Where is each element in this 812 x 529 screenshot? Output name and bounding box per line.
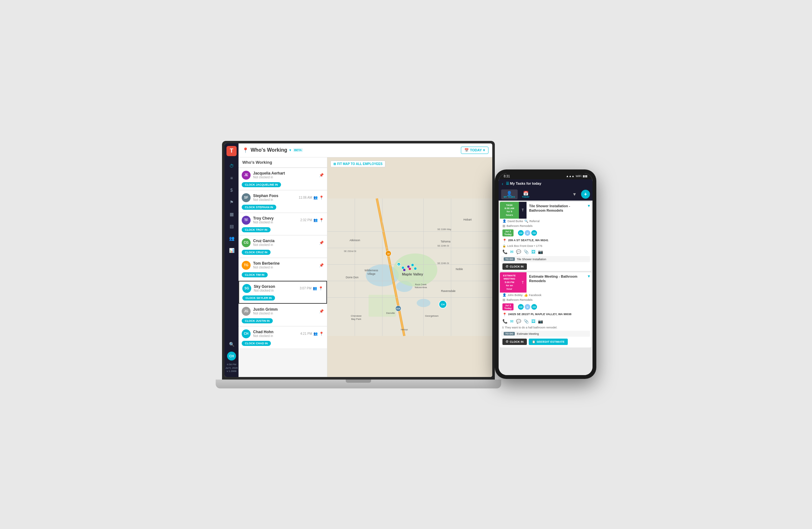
page-title: Who's Working	[250, 147, 287, 153]
sidebar-icon-clock[interactable]: ⏱	[227, 161, 237, 171]
task-referral-1: Referral	[530, 219, 539, 223]
task-title-2: Estimate Meeting - Bathroom Remodels	[529, 274, 584, 283]
phone-battery-icon: ▮▮▮	[583, 174, 588, 178]
loc-icon-tf: 📍	[319, 218, 324, 223]
email-action-icon-1[interactable]: ✉	[510, 249, 513, 254]
emp-status-cruz: Not clocked in	[253, 243, 317, 246]
phone-back-button[interactable]: ‹	[502, 181, 503, 186]
action-icons-row-2: 📞 ✉ 💬 📎 🖼 📷	[500, 318, 591, 325]
sidebar-icon-flag[interactable]: ⚑	[227, 197, 237, 207]
phone-action-icon-1[interactable]: 📞	[503, 249, 508, 254]
lock-info-1: Lock Box Front Door • 1776	[507, 244, 542, 247]
sidebar-icon-chart[interactable]: 📊	[227, 245, 237, 256]
phone-signal-icon: ▲▲▲	[566, 174, 575, 178]
clock-btn-troy[interactable]: CLOCK TROY IN	[242, 227, 271, 232]
chat-action-icon-1[interactable]: 💬	[516, 249, 521, 254]
clock-icon-btn-2: ⏱	[506, 340, 508, 343]
my-tasks-label: MY TASKS	[504, 196, 515, 198]
time-stephan: 11:06 AM	[299, 196, 312, 199]
app-logo[interactable]: T	[227, 146, 237, 156]
task-label-2: ESTIMATE MEETING 5:00 PM for an hour	[500, 272, 519, 292]
phone-tab-my-tasks[interactable]: 👤 MY TASKS	[501, 189, 518, 199]
task-label-estimate1: ESTIMATE	[503, 274, 516, 277]
task-expand-1[interactable]: ▾	[586, 202, 591, 210]
emp-meta-cruz: 📌	[319, 241, 324, 245]
clock-btn-justin[interactable]: CLOCK JUSTIN IN	[242, 318, 273, 323]
today-button[interactable]: 📅 TODAY ▾	[461, 147, 489, 154]
time-troy: 2:32 PM	[300, 218, 312, 222]
person-icon-1: 👤	[503, 219, 506, 223]
filter-icon: ▼	[572, 192, 577, 197]
avatar-tg: TG	[242, 261, 250, 270]
task-business-2: Bathroom Remodels	[507, 298, 533, 301]
task-expand-2[interactable]: ▾	[586, 272, 591, 280]
avatar-sg: SG	[242, 284, 251, 293]
address-icon-1: 📍	[503, 239, 507, 243]
sidebar-icon-dollar[interactable]: $	[227, 185, 237, 195]
title-dropdown-arrow[interactable]: ▾	[289, 148, 291, 152]
svg-text:Danville: Danville	[386, 312, 395, 314]
clock-btn-cruz[interactable]: CLOCK CRUZ IN	[242, 250, 271, 255]
emp-info-tom: Tom Berberine Not clocked in	[253, 261, 317, 269]
sidebar-icon-gallery[interactable]: ▤	[227, 221, 237, 231]
clip-action-icon-1[interactable]: 📎	[524, 249, 529, 254]
task-date-badge-2: Jul 3 Today	[503, 303, 513, 310]
clock-btn-sky[interactable]: CLOCK SKYLER IN	[242, 296, 275, 301]
emp-status-tom: Not clocked in	[253, 266, 317, 269]
employee-card-justin: JG Justin Grimm Not clocked in 📌	[238, 304, 327, 326]
phone-action-icon-2[interactable]: 📞	[503, 319, 508, 324]
emp-status-chad: Not clocked in	[253, 334, 298, 338]
fit-map-button[interactable]: ⊞ FIT MAP TO ALL EMPLOYEES	[331, 160, 386, 167]
svg-text:Henrys: Henrys	[401, 328, 408, 331]
clock-in-button-2[interactable]: ⏱ CLOCK IN	[503, 339, 527, 345]
sidebar: T ⏱ ≡ $ ⚑ ▦ ▤ 👥 📊 🔍 CH 4:58 PM Jul 5, 20…	[224, 143, 238, 377]
chat-action-icon-2[interactable]: 💬	[516, 319, 521, 324]
sidebar-icon-search[interactable]: 🔍	[227, 339, 237, 349]
task-address-row-2: 📍 24025 SE 281ST PL MAPLE VALLEY, WA 980…	[500, 312, 591, 318]
sidebar-icon-people[interactable]: 👥	[227, 233, 237, 243]
employee-list: Who's Working JE Jacquelia Aerhart Not c…	[238, 157, 327, 377]
clip-action-icon-2[interactable]: 📎	[524, 319, 529, 324]
phone-add-button[interactable]: +	[581, 190, 590, 199]
emp-info-cruz: Cruz Garcia Not clocked in	[253, 239, 317, 246]
phone-filter-button[interactable]: ▼	[570, 190, 579, 198]
svg-text:SG: SG	[398, 264, 400, 266]
employee-card-stephan: SF Stephan Foos Not clocked in 11:06 AM …	[238, 191, 327, 213]
task-date-badge-1: Jul 3 Today	[503, 229, 513, 237]
emp-meta-stephan: 11:06 AM 👥 📍	[299, 196, 324, 200]
task-avatar-row-1: CH w CH	[516, 229, 539, 237]
team-icon-sg: 👥	[313, 286, 317, 290]
avatar-tf: TF	[242, 216, 250, 225]
phone-content: TASK 8:00 AM for 9 hours T Tile Shower I…	[498, 201, 593, 375]
clock-in-button-1[interactable]: ⏱ CLOCK IN	[503, 263, 527, 270]
referral-icon-2: 👍	[524, 293, 528, 297]
today-tab-icon: 📅	[523, 191, 528, 196]
clock-btn-stephan[interactable]: CLOCK STEPHAN IN	[242, 205, 276, 210]
task-label-estimate3: 5:00 PM	[505, 281, 514, 284]
email-action-icon-2[interactable]: ✉	[510, 319, 513, 324]
clock-btn-tom[interactable]: CLOCK TIM IN	[242, 272, 268, 277]
phone-nav-bar: ‹ ☰ My Tasks for today	[498, 179, 593, 188]
task-assignee-2: John Bobby	[508, 294, 523, 297]
emp-name-sky: Sky Gorson	[254, 284, 297, 289]
sidebar-icon-calendar[interactable]: ▦	[227, 209, 237, 219]
todo-text-1: Tile Shower Installation	[517, 258, 546, 261]
team-icon-tf: 👥	[314, 218, 318, 222]
task-card-2: ESTIMATE MEETING 5:00 PM for an hour T E…	[500, 272, 591, 347]
emp-status-jacquelia: Not clocked in	[253, 175, 317, 179]
map-svg: 18 816	[327, 157, 492, 377]
clock-btn-jacquelia[interactable]: CLOCK JACQUELINE IN	[242, 182, 281, 187]
camera-action-icon-2[interactable]: 📷	[538, 319, 543, 324]
action-icons-row-1: 📞 ✉ 💬 📎 🖼 📷	[500, 248, 591, 256]
svg-text:Maple Valley: Maple Valley	[402, 272, 423, 276]
lock-icon-1: 🔒	[503, 244, 506, 247]
see-edit-button-2[interactable]: 📋 SEE/EDIT ESTIMATE	[529, 339, 568, 345]
clock-btn-chad[interactable]: CLOCK CHAD IN	[242, 341, 271, 346]
sidebar-icon-list[interactable]: ≡	[227, 173, 237, 183]
sidebar-user-avatar[interactable]: CH	[227, 352, 236, 360]
image-action-icon-1[interactable]: 🖼	[531, 249, 535, 254]
camera-action-icon-1[interactable]: 📷	[538, 249, 543, 254]
phone-btn-row-2: ⏱ CLOCK IN 📋 SEE/EDIT ESTIMATE	[500, 337, 591, 347]
image-action-icon-2[interactable]: 🖼	[531, 319, 535, 324]
phone-tab-today[interactable]: 📅 TODAY	[520, 189, 532, 199]
